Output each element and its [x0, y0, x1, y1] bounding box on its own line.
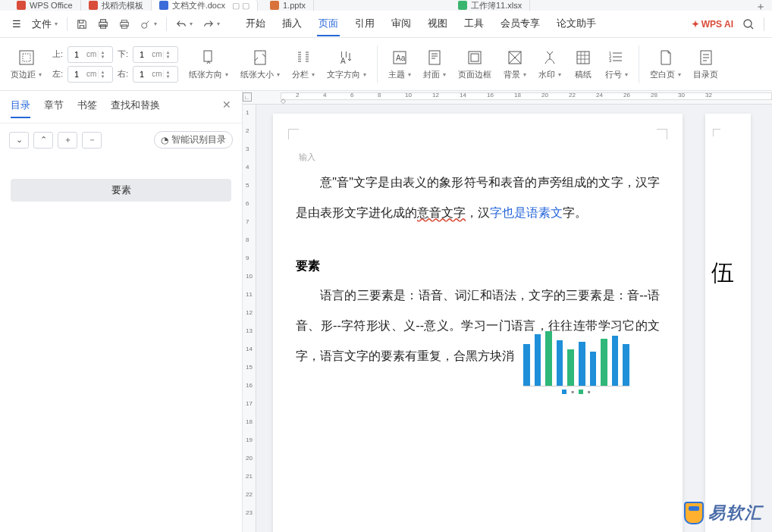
print-button[interactable]	[115, 16, 134, 33]
hamburger-menu[interactable]: ☰	[8, 15, 26, 33]
nav-tab-toc[interactable]: 目录	[11, 99, 30, 118]
ai-icon: ✦	[692, 19, 699, 30]
tab-page[interactable]: 页面	[317, 12, 340, 36]
watermark-icon	[684, 502, 704, 524]
line-number-button[interactable]: 123 行号	[601, 41, 632, 88]
nav-tab-bookmark[interactable]: 书签	[77, 99, 97, 118]
document-area: ∟ ◇ 2468101214161820222426283032 1234567…	[243, 91, 772, 532]
tab-start[interactable]: 开始	[244, 12, 267, 36]
nav-tab-find[interactable]: 查找和替换	[111, 99, 160, 118]
margins-button[interactable]: 页边距	[6, 41, 46, 88]
doc-icon	[159, 1, 168, 10]
search-button[interactable]	[742, 18, 755, 30]
print-preview-button[interactable]	[93, 16, 113, 33]
margin-top-label: 上:	[52, 49, 63, 60]
margin-right-input[interactable]: cm▲▼	[133, 66, 178, 83]
horizontal-ruler[interactable]: ∟ ◇ 2468101214161820222426283032	[243, 91, 772, 105]
wps-icon	[17, 1, 26, 10]
watermark-button[interactable]: 水印	[534, 41, 566, 88]
ppt-icon	[270, 1, 279, 10]
document-page-2[interactable]: 伍	[705, 114, 751, 532]
tab-reference[interactable]: 引用	[353, 12, 376, 36]
tab-review[interactable]: 审阅	[390, 12, 413, 36]
svg-point-4	[744, 20, 752, 27]
margin-top-input[interactable]: cm▲▼	[67, 46, 113, 63]
svg-rect-16	[471, 54, 479, 61]
tab-thesis[interactable]: 论文助手	[555, 12, 598, 36]
tab-member[interactable]: 会员专享	[499, 12, 541, 36]
paper-size-button[interactable]: 纸张大小	[236, 41, 284, 88]
indent-marker-icon[interactable]: ◇	[281, 97, 286, 105]
navigation-pane: 目录 章节 书签 查找和替换 ✕ ⌄ ⌃ ＋ － ◔ 智能识别目录 要素	[0, 91, 243, 532]
tab-view[interactable]: 视图	[426, 12, 449, 36]
toc-item[interactable]: 要素	[11, 179, 231, 202]
embedded-chart[interactable]: ■■	[523, 333, 629, 402]
ai-label: WPS AI	[701, 19, 733, 30]
tab-insert[interactable]: 插入	[281, 12, 303, 36]
file-label: 文件	[32, 17, 52, 31]
margin-values: 上: cm▲▼ 下: cm▲▼ 左: cm▲▼ 右: cm▲▼	[49, 45, 181, 84]
remove-button[interactable]: －	[82, 132, 102, 149]
margin-left-input[interactable]: cm▲▼	[67, 66, 113, 83]
collapse-button[interactable]: ⌄	[9, 132, 29, 149]
page-border-button[interactable]: 页面边框	[453, 41, 496, 88]
svg-text:Aa: Aa	[396, 54, 406, 62]
toc-page-button[interactable]: 目录页	[689, 41, 723, 88]
redo-button[interactable]: ▾	[199, 16, 224, 33]
input-hint: 输入	[299, 152, 660, 163]
svg-rect-5	[20, 51, 33, 64]
tab-ppt[interactable]: 1.pptx	[262, 0, 314, 11]
tab-document[interactable]: 文档文件.docx ▢ ▢	[152, 0, 258, 11]
app-name: WPS Office	[30, 1, 73, 10]
page2-text: 伍	[711, 258, 745, 289]
format-painter-button[interactable]: ▾	[136, 16, 162, 33]
svg-point-3	[142, 23, 147, 28]
margin-right-label: 右:	[118, 68, 128, 80]
draft-paper-button[interactable]: 稿纸	[569, 41, 598, 88]
document-page[interactable]: 输入 意"音"文字是由表义的象形符号和表音的声旁组成的文字，汉字是由表形文字进化…	[273, 114, 683, 532]
svg-rect-18	[577, 52, 589, 64]
undo-button[interactable]: ▾	[171, 16, 197, 33]
site-watermark: 易软汇	[684, 502, 763, 524]
ribbon-tabs: 开始 插入 页面 引用 审阅 视图 工具 会员专享 论文助手	[244, 12, 598, 36]
window-controls-icon[interactable]: ▢ ▢	[232, 1, 249, 11]
svg-rect-8	[255, 51, 265, 64]
nav-close-button[interactable]: ✕	[222, 99, 231, 111]
tab-stop-icon[interactable]: ∟	[243, 92, 252, 102]
cover-button[interactable]: 封面	[419, 41, 450, 88]
text-direction-button[interactable]: IIA 文字方向	[322, 41, 371, 88]
svg-rect-7	[204, 51, 212, 61]
blank-page-button[interactable]: 空白页	[645, 41, 686, 88]
expand-button[interactable]: ⌃	[33, 132, 53, 149]
app-brand-tab[interactable]: WPS Office	[9, 0, 81, 11]
smart-toc-button[interactable]: ◔ 智能识别目录	[154, 131, 233, 149]
add-button[interactable]: ＋	[58, 132, 77, 149]
svg-rect-1	[122, 20, 127, 22]
svg-text:A: A	[340, 57, 346, 65]
template-icon	[89, 1, 98, 10]
svg-text:3: 3	[609, 58, 612, 63]
svg-rect-14	[429, 51, 440, 64]
paragraph[interactable]: 意"音"文字是由表义的象形符号和表音的声旁组成的文字，汉字是由表形文字进化成的意…	[296, 167, 660, 228]
save-button[interactable]	[72, 16, 92, 33]
heading[interactable]: 要素	[296, 258, 660, 274]
theme-button[interactable]: Aa 主题	[384, 41, 416, 88]
background-button[interactable]: 背景	[499, 41, 531, 88]
file-menu[interactable]: 文件 ▾	[27, 14, 62, 34]
margin-bottom-input[interactable]: cm▲▼	[133, 46, 178, 63]
xls-icon	[458, 1, 467, 10]
tab-tools[interactable]: 工具	[463, 12, 485, 36]
svg-rect-15	[469, 52, 481, 64]
nav-tab-chapter[interactable]: 章节	[44, 99, 64, 118]
tab-label: 1.pptx	[283, 1, 306, 10]
tab-label: 工作簿11.xlsx	[471, 0, 522, 11]
margin-bottom-label: 下:	[118, 49, 128, 60]
tab-xls[interactable]: 工作簿11.xlsx	[450, 0, 530, 11]
tab-templates[interactable]: 找稻壳模板	[81, 0, 152, 11]
wps-ai-button[interactable]: ✦ WPS AI	[692, 19, 733, 30]
columns-button[interactable]: 分栏	[287, 41, 319, 88]
vertical-ruler[interactable]: 1234567891011121314151617181920212223	[243, 105, 256, 532]
orientation-button[interactable]: 纸张方向	[184, 41, 233, 88]
tab-label: 找稻壳模板	[102, 0, 143, 11]
margin-left-label: 左:	[52, 68, 63, 80]
